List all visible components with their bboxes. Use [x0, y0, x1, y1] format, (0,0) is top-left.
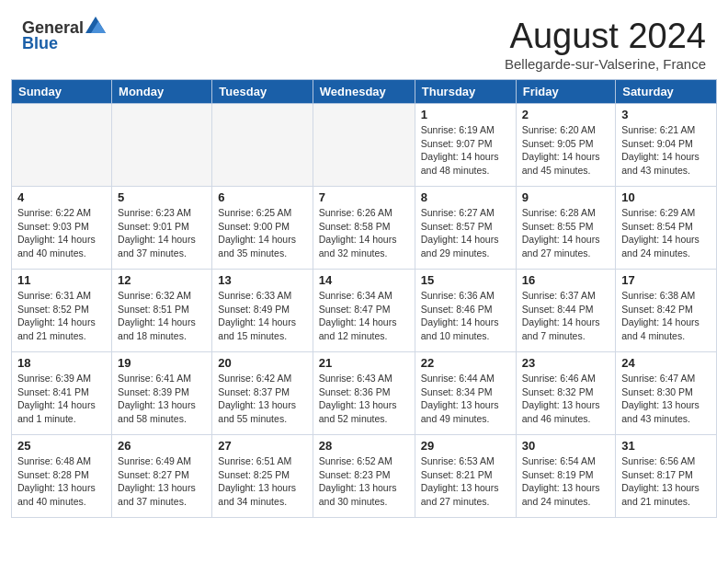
calendar-cell: 13Sunrise: 6:33 AM Sunset: 8:49 PM Dayli… — [212, 270, 313, 352]
day-number: 30 — [522, 439, 609, 453]
calendar-cell: 7Sunrise: 6:26 AM Sunset: 8:58 PM Daylig… — [313, 187, 415, 270]
day-number: 18 — [17, 356, 106, 370]
day-info: Sunrise: 6:56 AM Sunset: 8:17 PM Dayligh… — [621, 454, 711, 509]
day-number: 11 — [17, 273, 106, 287]
day-number: 21 — [319, 356, 409, 370]
day-info: Sunrise: 6:38 AM Sunset: 8:42 PM Dayligh… — [621, 289, 711, 343]
day-number: 27 — [218, 439, 306, 453]
day-number: 2 — [522, 108, 609, 121]
calendar-cell: 1Sunrise: 6:19 AM Sunset: 9:07 PM Daylig… — [415, 104, 516, 187]
day-info: Sunrise: 6:29 AM Sunset: 8:54 PM Dayligh… — [621, 206, 711, 260]
calendar-cell: 14Sunrise: 6:34 AM Sunset: 8:47 PM Dayli… — [313, 270, 415, 352]
day-info: Sunrise: 6:52 AM Sunset: 8:23 PM Dayligh… — [319, 454, 409, 509]
day-info: Sunrise: 6:31 AM Sunset: 8:52 PM Dayligh… — [17, 289, 106, 343]
day-number: 19 — [118, 356, 206, 370]
day-info: Sunrise: 6:23 AM Sunset: 9:01 PM Dayligh… — [118, 206, 206, 260]
logo-icon — [85, 17, 106, 33]
calendar-cell — [112, 104, 212, 187]
day-info: Sunrise: 6:22 AM Sunset: 9:03 PM Dayligh… — [17, 206, 106, 260]
col-header-friday: Friday — [516, 80, 615, 104]
calendar-header-row: SundayMondayTuesdayWednesdayThursdayFrid… — [12, 80, 717, 104]
calendar-table: SundayMondayTuesdayWednesdayThursdayFrid… — [11, 79, 717, 518]
day-number: 8 — [421, 190, 510, 204]
calendar-cell: 16Sunrise: 6:37 AM Sunset: 8:44 PM Dayli… — [516, 270, 615, 352]
day-info: Sunrise: 6:42 AM Sunset: 8:37 PM Dayligh… — [218, 372, 306, 426]
day-info: Sunrise: 6:41 AM Sunset: 8:39 PM Dayligh… — [118, 372, 206, 426]
calendar-cell — [212, 104, 313, 187]
day-number: 13 — [218, 273, 306, 287]
day-info: Sunrise: 6:25 AM Sunset: 9:00 PM Dayligh… — [218, 206, 306, 260]
day-info: Sunrise: 6:47 AM Sunset: 8:30 PM Dayligh… — [621, 372, 711, 426]
calendar-cell: 30Sunrise: 6:54 AM Sunset: 8:19 PM Dayli… — [516, 435, 615, 518]
calendar-cell: 11Sunrise: 6:31 AM Sunset: 8:52 PM Dayli… — [12, 270, 112, 352]
day-info: Sunrise: 6:34 AM Sunset: 8:47 PM Dayligh… — [319, 289, 409, 343]
calendar-cell: 31Sunrise: 6:56 AM Sunset: 8:17 PM Dayli… — [616, 435, 717, 518]
day-number: 12 — [118, 273, 206, 287]
day-info: Sunrise: 6:32 AM Sunset: 8:51 PM Dayligh… — [118, 289, 206, 343]
day-number: 23 — [522, 356, 609, 370]
calendar-cell: 23Sunrise: 6:46 AM Sunset: 8:32 PM Dayli… — [516, 352, 615, 435]
col-header-sunday: Sunday — [12, 80, 112, 104]
day-number: 3 — [621, 108, 711, 121]
day-number: 7 — [319, 190, 409, 204]
day-number: 14 — [319, 273, 409, 287]
day-number: 22 — [421, 356, 510, 370]
day-info: Sunrise: 6:33 AM Sunset: 8:49 PM Dayligh… — [218, 289, 306, 343]
day-info: Sunrise: 6:39 AM Sunset: 8:41 PM Dayligh… — [17, 372, 106, 426]
calendar-week-5: 25Sunrise: 6:48 AM Sunset: 8:28 PM Dayli… — [12, 435, 717, 518]
calendar-cell: 24Sunrise: 6:47 AM Sunset: 8:30 PM Dayli… — [616, 352, 717, 435]
day-number: 15 — [421, 273, 510, 287]
day-number: 1 — [421, 108, 510, 121]
day-info: Sunrise: 6:51 AM Sunset: 8:25 PM Dayligh… — [218, 454, 306, 509]
calendar-container: SundayMondayTuesdayWednesdayThursdayFrid… — [0, 79, 728, 527]
calendar-cell — [313, 104, 415, 187]
day-info: Sunrise: 6:43 AM Sunset: 8:36 PM Dayligh… — [319, 372, 409, 426]
calendar-cell: 4Sunrise: 6:22 AM Sunset: 9:03 PM Daylig… — [12, 187, 112, 270]
day-info: Sunrise: 6:37 AM Sunset: 8:44 PM Dayligh… — [522, 289, 609, 343]
day-info: Sunrise: 6:19 AM Sunset: 9:07 PM Dayligh… — [421, 123, 510, 178]
calendar-cell: 12Sunrise: 6:32 AM Sunset: 8:51 PM Dayli… — [112, 270, 212, 352]
calendar-cell: 2Sunrise: 6:20 AM Sunset: 9:05 PM Daylig… — [516, 104, 615, 187]
location: Bellegarde-sur-Valserine, France — [505, 56, 706, 72]
calendar-cell: 17Sunrise: 6:38 AM Sunset: 8:42 PM Dayli… — [616, 270, 717, 352]
col-header-thursday: Thursday — [415, 80, 516, 104]
calendar-cell: 22Sunrise: 6:44 AM Sunset: 8:34 PM Dayli… — [415, 352, 516, 435]
day-number: 4 — [17, 190, 106, 204]
day-info: Sunrise: 6:48 AM Sunset: 8:28 PM Dayligh… — [17, 454, 106, 509]
day-info: Sunrise: 6:53 AM Sunset: 8:21 PM Dayligh… — [421, 454, 510, 509]
calendar-week-4: 18Sunrise: 6:39 AM Sunset: 8:41 PM Dayli… — [12, 352, 717, 435]
calendar-cell: 5Sunrise: 6:23 AM Sunset: 9:01 PM Daylig… — [112, 187, 212, 270]
col-header-wednesday: Wednesday — [313, 80, 415, 104]
day-number: 10 — [621, 190, 711, 204]
calendar-cell: 18Sunrise: 6:39 AM Sunset: 8:41 PM Dayli… — [12, 352, 112, 435]
calendar-cell — [12, 104, 112, 187]
calendar-cell: 28Sunrise: 6:52 AM Sunset: 8:23 PM Dayli… — [313, 435, 415, 518]
calendar-cell: 6Sunrise: 6:25 AM Sunset: 9:00 PM Daylig… — [212, 187, 313, 270]
calendar-cell: 21Sunrise: 6:43 AM Sunset: 8:36 PM Dayli… — [313, 352, 415, 435]
day-info: Sunrise: 6:26 AM Sunset: 8:58 PM Dayligh… — [319, 206, 409, 260]
calendar-week-2: 4Sunrise: 6:22 AM Sunset: 9:03 PM Daylig… — [12, 187, 717, 270]
day-number: 25 — [17, 439, 106, 453]
day-number: 31 — [621, 439, 711, 453]
day-number: 9 — [522, 190, 609, 204]
day-number: 20 — [218, 356, 306, 370]
day-info: Sunrise: 6:44 AM Sunset: 8:34 PM Dayligh… — [421, 372, 510, 426]
calendar-cell: 29Sunrise: 6:53 AM Sunset: 8:21 PM Dayli… — [415, 435, 516, 518]
calendar-cell: 9Sunrise: 6:28 AM Sunset: 8:55 PM Daylig… — [516, 187, 615, 270]
day-info: Sunrise: 6:54 AM Sunset: 8:19 PM Dayligh… — [522, 454, 609, 509]
day-info: Sunrise: 6:49 AM Sunset: 8:27 PM Dayligh… — [118, 454, 206, 509]
day-number: 16 — [522, 273, 609, 287]
calendar-cell: 8Sunrise: 6:27 AM Sunset: 8:57 PM Daylig… — [415, 187, 516, 270]
title-block: August 2024 Bellegarde-sur-Valserine, Fr… — [505, 17, 706, 72]
day-info: Sunrise: 6:27 AM Sunset: 8:57 PM Dayligh… — [421, 206, 510, 260]
calendar-week-3: 11Sunrise: 6:31 AM Sunset: 8:52 PM Dayli… — [12, 270, 717, 352]
month-title: August 2024 — [505, 17, 706, 56]
day-number: 5 — [118, 190, 206, 204]
day-info: Sunrise: 6:20 AM Sunset: 9:05 PM Dayligh… — [522, 123, 609, 178]
day-info: Sunrise: 6:36 AM Sunset: 8:46 PM Dayligh… — [421, 289, 510, 343]
col-header-tuesday: Tuesday — [212, 80, 313, 104]
day-number: 29 — [421, 439, 510, 453]
calendar-cell: 20Sunrise: 6:42 AM Sunset: 8:37 PM Dayli… — [212, 352, 313, 435]
logo-blue-text: Blue — [22, 34, 58, 53]
calendar-cell: 3Sunrise: 6:21 AM Sunset: 9:04 PM Daylig… — [616, 104, 717, 187]
